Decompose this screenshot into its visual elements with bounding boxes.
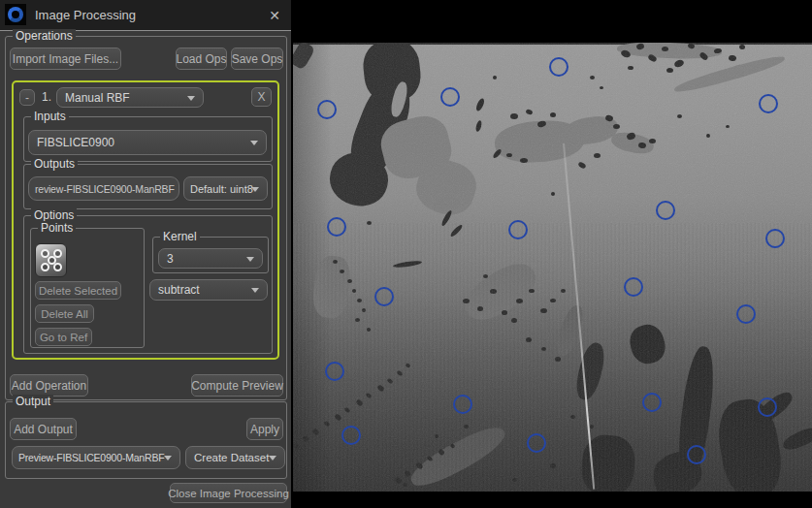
app-icon	[5, 4, 26, 25]
rbf-point-marker[interactable]	[656, 201, 675, 220]
rbf-point-marker[interactable]	[527, 433, 546, 453]
blue-ring-icon	[8, 7, 23, 22]
rbf-point-marker[interactable]	[374, 287, 394, 306]
rbf-point-marker[interactable]	[624, 277, 643, 297]
rbf-point-marker[interactable]	[325, 362, 344, 381]
rbf-point-marker[interactable]	[440, 87, 460, 107]
title-bar[interactable]: Image Processing ✕	[0, 0, 291, 31]
dice-dot-icon	[53, 263, 62, 271]
go-to-ref-button[interactable]: Go to Ref	[35, 328, 92, 346]
output-groupbox: Output Add Output Apply Preview-FIBSLICE…	[5, 401, 287, 479]
input-dataset-dropdown[interactable]: FIBSLICE0900	[28, 130, 267, 155]
remove-operation-button[interactable]: X	[251, 87, 272, 107]
rbf-point-marker[interactable]	[765, 229, 785, 248]
outputs-groupbox: Outputs review-FIBSLICE0900-ManRBF Defau…	[23, 164, 273, 209]
rbf-point-marker[interactable]	[758, 397, 777, 417]
kernel-groupbox: Kernel 3	[152, 237, 269, 273]
points-tool-button[interactable]	[35, 243, 67, 277]
rbf-point-marker[interactable]	[687, 445, 706, 464]
add-operation-button[interactable]: Add Operation	[10, 374, 88, 397]
delete-all-button[interactable]: Delete All	[35, 304, 94, 323]
output-label: Output	[13, 395, 53, 408]
window-title: Image Processing	[35, 0, 136, 30]
operation-index: 1.	[42, 89, 51, 106]
close-image-processing-button[interactable]: Close Image Processing	[170, 483, 287, 503]
compute-preview-button[interactable]: Compute Preview	[191, 374, 283, 397]
delete-selected-button[interactable]: Delete Selected	[35, 281, 121, 300]
blend-mode-dropdown[interactable]: subtract	[149, 279, 268, 301]
save-ops-button[interactable]: Save Ops	[231, 48, 283, 70]
rbf-point-marker[interactable]	[327, 217, 346, 237]
output-dtype-dropdown[interactable]: Default: uint8	[183, 176, 268, 201]
import-image-files-button[interactable]: Import Image Files...	[10, 48, 121, 70]
options-label: Options	[31, 208, 77, 222]
rbf-point-marker[interactable]	[508, 220, 528, 239]
operations-label: Operations	[13, 29, 76, 43]
rbf-point-marker[interactable]	[341, 426, 361, 445]
inputs-groupbox: Inputs FIBSLICE0900	[23, 116, 273, 162]
output-name-field[interactable]: review-FIBSLICE0900-ManRBF	[28, 176, 179, 201]
load-ops-button[interactable]: Load Ops	[176, 48, 227, 70]
rbf-point-marker[interactable]	[549, 57, 568, 77]
rbf-point-marker[interactable]	[453, 395, 472, 414]
points-groupbox: Points Delete Selected Delete All Go to …	[30, 228, 145, 348]
inputs-label: Inputs	[31, 110, 69, 123]
image-processing-app: Image Processing ✕ Operations Import Ima…	[0, 0, 812, 508]
operation-type-dropdown[interactable]: Manual RBF	[56, 87, 204, 108]
rbf-point-marker[interactable]	[642, 393, 662, 412]
operations-groupbox: Operations Import Image Files... Load Op…	[5, 36, 287, 400]
rbf-point-marker[interactable]	[736, 304, 756, 324]
add-output-button[interactable]: Add Output	[10, 418, 77, 440]
rbf-point-marker[interactable]	[759, 94, 778, 113]
output-action-dropdown[interactable]: Create Dataset	[185, 446, 285, 469]
points-label: Points	[38, 221, 76, 235]
rbf-points-layer	[291, 0, 812, 508]
apply-button[interactable]: Apply	[246, 418, 283, 440]
outputs-label: Outputs	[31, 157, 78, 171]
close-icon[interactable]: ✕	[265, 6, 284, 25]
output-dataset-dropdown[interactable]: Preview-FIBSLICE0900-ManRBF	[12, 446, 180, 469]
image-viewer[interactable]	[291, 0, 812, 508]
image-processing-dialog: Image Processing ✕ Operations Import Ima…	[0, 0, 291, 508]
rbf-point-marker[interactable]	[317, 100, 337, 119]
collapse-operation-button[interactable]: -	[19, 89, 35, 106]
options-groupbox: Options Points Delete Selected Delete Al…	[23, 215, 273, 354]
operation-card-manual-rbf: - 1. Manual RBF X Inputs FIBSLICE0900 Ou…	[12, 80, 279, 360]
kernel-label: Kernel	[160, 230, 200, 243]
kernel-size-dropdown[interactable]: 3	[158, 248, 263, 269]
dice-dot-icon	[41, 263, 49, 271]
